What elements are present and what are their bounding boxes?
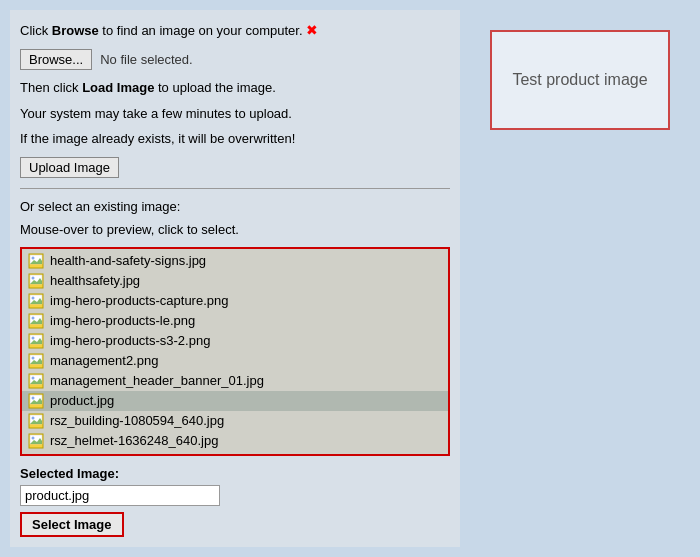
list-item[interactable]: rsz_helmet-1636248_640.jpg [22,431,448,451]
selected-image-input[interactable] [20,485,220,506]
file-icon [28,313,44,329]
selected-image-section: Selected Image: Select Image [20,466,450,537]
list-item[interactable]: img-hero-products-le.png [22,311,448,331]
browse-row: Browse... No file selected. [20,49,450,70]
close-icon[interactable]: ✖ [306,22,318,38]
instruction-post: to find an image on your computer. [99,23,303,38]
svg-point-34 [32,416,35,419]
list-item[interactable]: img-hero-products-capture.png [22,291,448,311]
browse-bold: Browse [52,23,99,38]
preview-text: Test product image [512,71,647,89]
file-name: product.jpg [50,393,114,408]
right-panel: Test product image [470,10,690,547]
list-item[interactable]: healthsafety.jpg [22,271,448,291]
file-icon [28,433,44,449]
left-panel: Click Browse to find an image on your co… [10,10,460,547]
file-name: rsz_building-1080594_640.jpg [50,413,224,428]
svg-point-2 [32,256,35,259]
file-icon [28,253,44,269]
svg-point-30 [32,396,35,399]
mouseover-label: Mouse-over to preview, click to select. [20,222,450,237]
svg-point-38 [32,436,35,439]
file-name: rsz_helmet-1636248_640.jpg [50,433,218,448]
browse-button[interactable]: Browse... [20,49,92,70]
file-icon [28,373,44,389]
instruction-line1: Click Browse to find an image on your co… [20,20,450,41]
file-icon [28,413,44,429]
list-item[interactable]: health-and-safety-signs.jpg [22,251,448,271]
or-select-label: Or select an existing image: [20,199,450,214]
file-name: img-hero-products-capture.png [50,293,228,308]
list-item[interactable]: img-hero-products-s3-2.png [22,331,448,351]
file-icon [28,393,44,409]
load-image-bold: Load Image [82,80,154,95]
svg-point-6 [32,276,35,279]
file-icon [28,293,44,309]
file-name: img-hero-products-le.png [50,313,195,328]
svg-point-14 [32,316,35,319]
divider [20,188,450,189]
file-name: management_header_banner_01.jpg [50,373,264,388]
upload-image-button[interactable]: Upload Image [20,157,119,178]
select-image-button[interactable]: Select Image [20,512,124,537]
list-item[interactable]: product.jpg [22,391,448,411]
selected-label: Selected Image: [20,466,450,481]
file-icon [28,333,44,349]
file-name: img-hero-products-s3-2.png [50,333,210,348]
no-file-label: No file selected. [100,52,193,67]
svg-point-18 [32,336,35,339]
svg-point-10 [32,296,35,299]
instruction-line2: Then click Load Image to upload the imag… [20,78,450,98]
list-item[interactable]: rsz_building-1080594_640.jpg [22,411,448,431]
list-item[interactable]: management_header_banner_01.jpg [22,371,448,391]
instruction-line4: If the image already exists, it will be … [20,129,450,149]
file-name: healthsafety.jpg [50,273,140,288]
svg-point-26 [32,376,35,379]
file-icon [28,273,44,289]
instruction-line3: Your system may take a few minutes to up… [20,104,450,124]
file-icon [28,353,44,369]
list-item[interactable]: management2.png [22,351,448,371]
file-name: management2.png [50,353,158,368]
svg-point-22 [32,356,35,359]
file-list-scroll[interactable]: health-and-safety-signs.jpg healthsafety… [22,249,448,455]
main-container: Click Browse to find an image on your co… [0,0,700,557]
file-list-container[interactable]: health-and-safety-signs.jpg healthsafety… [20,247,450,457]
preview-box: Test product image [490,30,670,130]
instruction-pre: Click [20,23,52,38]
file-name: health-and-safety-signs.jpg [50,253,206,268]
